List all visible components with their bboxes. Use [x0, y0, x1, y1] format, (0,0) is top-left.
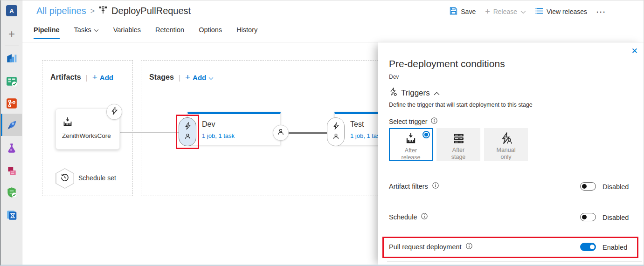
stages-title: Stages [149, 73, 174, 82]
top-header: All pipelines > DeployPullRequest Save +… [22, 0, 644, 23]
tab-retention[interactable]: Retention [155, 26, 184, 39]
clock-history-icon [61, 173, 69, 184]
tab-pipeline[interactable]: Pipeline [34, 26, 60, 39]
add-artifact-button[interactable]: + Add [92, 72, 113, 82]
panel-title: Pre-deployment conditions [389, 58, 505, 69]
after-stage-servers-icon [452, 132, 465, 147]
pre-deployment-conditions-panel: ✕ Pre-deployment conditions Dev Triggers… [378, 42, 644, 266]
sidebar-item-artifacts[interactable] [1, 161, 22, 181]
project-avatar[interactable]: A [6, 5, 17, 16]
stage-name: Dev [202, 120, 215, 129]
lightning-bolt-icon [111, 107, 118, 117]
release-button[interactable]: + Release [485, 8, 526, 15]
view-releases-button[interactable]: View releases [535, 7, 587, 16]
radio-selected-icon [422, 131, 430, 138]
chevron-up-icon [434, 89, 440, 97]
schedule-set-label: Schedule set [78, 174, 116, 182]
stage-card-dev[interactable]: Dev 1 job, 1 task [187, 112, 281, 145]
panel-subtitle-stage: Dev [389, 74, 399, 80]
pull-request-deployment-label: Pull request deployment [389, 243, 462, 251]
trigger-option-after-stage[interactable]: Afterstage [436, 128, 480, 161]
breadcrumb: All pipelines > DeployPullRequest [36, 6, 191, 16]
breadcrumb-all-pipelines-link[interactable]: All pipelines [36, 6, 86, 16]
tab-options[interactable]: Options [199, 26, 222, 39]
azure-devops-release-editor: A + [0, 0, 644, 266]
pull-request-deployment-row: Pull request deployment Enabled [378, 241, 644, 253]
plus-icon: + [485, 8, 490, 15]
stages-section-header: Stages | + Add [149, 72, 214, 82]
trigger-bolt-gear-icon [389, 88, 397, 98]
schedule-toggle[interactable] [580, 213, 596, 221]
info-icon[interactable] [421, 213, 428, 221]
chevron-down-icon [520, 8, 526, 15]
schedule-label: Schedule [389, 213, 417, 221]
dev-pre-deployment-conditions-button[interactable] [179, 117, 196, 146]
sidebar-item-test-plans[interactable] [1, 138, 22, 158]
dev-to-test-connector [288, 132, 328, 134]
sidebar-item-pipelines[interactable] [1, 114, 22, 136]
tab-history[interactable]: History [236, 26, 257, 39]
hourglass-extension-icon [6, 209, 18, 221]
lightning-bolt-icon [184, 122, 191, 132]
repos-branch-icon [6, 97, 18, 109]
trigger-option-manual-only[interactable]: Manualonly [484, 128, 528, 161]
list-icon [535, 7, 543, 16]
artifact-filters-toggle[interactable] [580, 182, 596, 191]
trigger-option-after-release[interactable]: Afterrelease [389, 128, 433, 161]
tab-variables[interactable]: Variables [113, 26, 141, 39]
stage-jobs-link[interactable]: 1 job, 1 task [202, 132, 235, 139]
release-label: Release [493, 8, 517, 15]
pipelines-rocket-icon [6, 119, 18, 131]
plus-icon: + [8, 27, 15, 41]
after-release-icon [405, 132, 417, 147]
triggers-section-toggle[interactable]: Triggers [389, 88, 440, 98]
sidebar-item-overview[interactable] [1, 48, 22, 68]
artifact-filters-label: Artifact filters [389, 183, 428, 190]
sidebar-item-boards[interactable] [1, 71, 22, 92]
manual-bolt-person-icon [500, 132, 512, 147]
artifact-package-icon [62, 116, 73, 130]
add-stage-button[interactable]: + Add [185, 72, 214, 82]
triggers-description: Define the trigger that will start deplo… [389, 102, 533, 108]
sidebar-divider [5, 46, 19, 46]
save-label: Save [461, 8, 476, 15]
artifact-filters-row: Artifact filters Disabled [378, 181, 644, 193]
add-project-item-button[interactable]: + [1, 27, 22, 41]
dev-post-deployment-conditions-button[interactable] [273, 125, 289, 141]
chevron-down-icon [94, 26, 99, 34]
artifact-name: ZenithWorksCore [62, 132, 111, 139]
sidebar-item-extension-hourglass[interactable] [1, 205, 22, 225]
tab-tasks[interactable]: Tasks [74, 26, 99, 39]
info-icon[interactable] [466, 243, 472, 251]
trigger-options: Afterrelease Afterstage Manualonly [389, 128, 528, 161]
artifact-trigger-badge[interactable] [106, 104, 122, 120]
artifacts-section-header: Artifacts | + Add [50, 72, 113, 82]
save-button[interactable]: Save [450, 7, 476, 16]
info-icon[interactable] [431, 117, 437, 126]
more-actions-button[interactable]: ··· [596, 8, 606, 16]
hub-tabs: Pipeline Tasks Variables Retention Optio… [34, 26, 257, 39]
lightning-bolt-icon [332, 122, 339, 132]
test-plans-flask-icon [6, 142, 18, 154]
header-actions: Save + Release View releases ··· [450, 7, 606, 16]
panel-divider [387, 261, 642, 262]
test-pre-deployment-conditions-button[interactable] [327, 117, 345, 146]
info-icon[interactable] [432, 182, 439, 191]
close-icon[interactable]: ✕ [630, 45, 639, 57]
release-pipeline-icon [99, 6, 107, 16]
artifact-filters-state: Disabled [602, 183, 629, 191]
pull-request-deployment-state: Enabled [602, 244, 627, 251]
stage-name: Test [350, 120, 364, 129]
person-icon [277, 128, 284, 137]
sidebar-item-repos[interactable] [1, 93, 22, 114]
person-icon [332, 133, 339, 142]
shield-check-icon [6, 186, 18, 198]
artifact-to-dev-connector [120, 132, 180, 133]
triggers-heading: Triggers [401, 89, 430, 98]
plus-icon: + [92, 72, 97, 82]
sidebar-item-security[interactable] [1, 182, 22, 203]
save-floppy-icon [450, 7, 457, 16]
schedule-row: Schedule Disabled [378, 211, 644, 224]
pull-request-deployment-toggle[interactable] [580, 243, 596, 251]
select-trigger-label: Select trigger [389, 118, 427, 125]
